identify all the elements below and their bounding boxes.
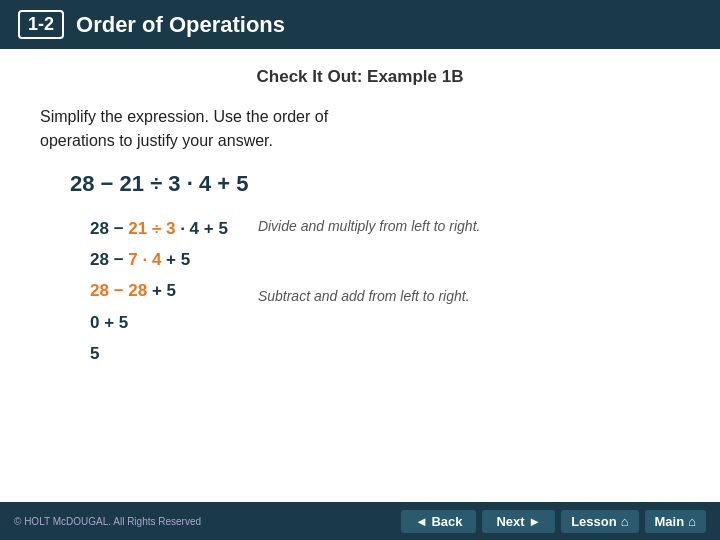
problem-line2: operations to justify your answer. — [40, 132, 273, 149]
step3-highlight: 28 − 28 — [90, 281, 147, 300]
footer: © HOLT McDOUGAL. All Rights Reserved ◄ B… — [0, 502, 720, 540]
problem-statement: Simplify the expression. Use the order o… — [40, 105, 680, 153]
header: 1-2 Order of Operations — [0, 0, 720, 49]
steps-notes: Divide and multiply from left to right. … — [258, 215, 481, 306]
main-content: Check It Out: Example 1B Simplify the ex… — [0, 49, 720, 377]
steps-container: 28 − 21 ÷ 3 · 4 + 5 28 − 7 · 4 + 5 28 − … — [90, 215, 680, 367]
lesson-badge: 1-2 — [18, 10, 64, 39]
step-row-1: 28 − 21 ÷ 3 · 4 + 5 — [90, 215, 228, 242]
step-row-2: 28 − 7 · 4 + 5 — [90, 246, 228, 273]
step2-highlight: 7 · 4 — [128, 250, 161, 269]
step-row-4: 0 + 5 — [90, 309, 228, 336]
step1-highlight: 21 ÷ 3 — [128, 219, 175, 238]
note-spacer-1 — [258, 243, 481, 281]
next-button[interactable]: Next ► — [482, 510, 555, 533]
note-2: Subtract and add from left to right. — [258, 287, 481, 307]
example-subtitle: Check It Out: Example 1B — [40, 67, 680, 87]
header-title: Order of Operations — [76, 12, 285, 38]
copyright-text: © HOLT McDOUGAL. All Rights Reserved — [14, 516, 201, 527]
main-expression: 28 − 21 ÷ 3 · 4 + 5 — [70, 171, 680, 197]
note-1: Divide and multiply from left to right. — [258, 217, 481, 237]
steps-math: 28 − 21 ÷ 3 · 4 + 5 28 − 7 · 4 + 5 28 − … — [90, 215, 228, 367]
step-row-5: 5 — [90, 340, 228, 367]
main-label: Main — [655, 514, 685, 529]
step-row-3: 28 − 28 + 5 — [90, 277, 228, 304]
main-home-icon: ⌂ — [688, 514, 696, 529]
problem-line1: Simplify the expression. Use the order o… — [40, 108, 328, 125]
footer-buttons: ◄ Back Next ► Lesson ⌂ Main ⌂ — [401, 510, 706, 533]
lesson-home-icon: ⌂ — [621, 514, 629, 529]
main-button[interactable]: Main ⌂ — [645, 510, 706, 533]
lesson-label: Lesson — [571, 514, 617, 529]
back-button[interactable]: ◄ Back — [401, 510, 477, 533]
lesson-button[interactable]: Lesson ⌂ — [561, 510, 638, 533]
